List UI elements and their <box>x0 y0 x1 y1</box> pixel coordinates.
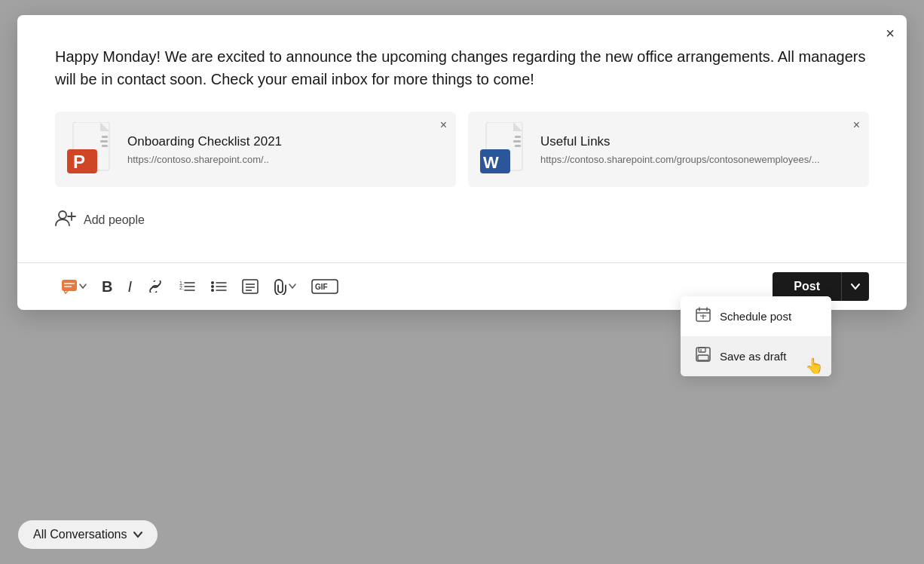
schedule-post-item[interactable]: Schedule post <box>681 296 831 336</box>
unordered-list-icon <box>210 280 227 293</box>
all-conversations-label: All Conversations <box>33 528 127 541</box>
attachment-url-word: https://contoso.sharepoint.com/groups/co… <box>540 154 820 165</box>
modal-body: Happy Monday! We are excited to announce… <box>17 15 907 262</box>
attachment-button[interactable] <box>268 274 302 299</box>
gif-icon: GIF <box>311 279 338 294</box>
attachments-row: × P <box>55 112 869 187</box>
svg-text:GIF: GIF <box>315 283 328 291</box>
post-chevron-icon <box>851 283 860 290</box>
svg-text:W: W <box>483 153 499 172</box>
svg-text:P: P <box>73 152 85 172</box>
svg-rect-31 <box>243 280 258 293</box>
add-people-section[interactable]: Add people <box>55 205 869 235</box>
cursor-indicator: 👆 <box>805 357 824 375</box>
attachment-name-word: Useful Links <box>540 133 820 150</box>
link-button[interactable] <box>141 276 170 297</box>
svg-rect-13 <box>515 145 521 147</box>
svg-point-26 <box>211 285 214 288</box>
word-file-icon: W <box>480 122 528 176</box>
bold-button[interactable]: B <box>96 274 118 300</box>
gif-button[interactable]: GIF <box>305 274 344 299</box>
add-people-icon <box>55 210 76 231</box>
attachment-url-ppt: https://contoso.sharepoint.com/.. <box>127 154 282 165</box>
attachment-info-ppt: Onboarding Checklist 2021 https://contos… <box>127 133 282 164</box>
attachment-name-ppt: Onboarding Checklist 2021 <box>127 133 282 150</box>
attachment-card-word: × W <box>468 112 869 187</box>
post-dropdown-toggle[interactable] <box>841 272 869 301</box>
save-draft-icon <box>696 347 711 366</box>
schedule-icon <box>696 307 711 326</box>
formatting-toolbar: B I 1. 2. <box>17 262 907 310</box>
attachment-icon <box>274 278 287 295</box>
modal-overlay: × Happy Monday! We are excited to announ… <box>0 0 924 564</box>
attachment-info-word: Useful Links https://contoso.sharepoint.… <box>540 133 820 164</box>
attachment-close-ppt[interactable]: × <box>440 119 447 131</box>
attachment-close-word[interactable]: × <box>853 119 860 131</box>
message-type-button[interactable] <box>55 274 93 299</box>
svg-rect-12 <box>513 140 521 143</box>
attachment-card-ppt: × P <box>55 112 456 187</box>
svg-rect-11 <box>515 136 521 138</box>
ppt-file-icon: P <box>67 122 115 176</box>
svg-rect-17 <box>62 280 77 291</box>
modal-close-button[interactable]: × <box>886 26 895 41</box>
message-icon <box>61 279 78 294</box>
link-icon <box>147 280 164 293</box>
text-block-icon <box>242 279 259 294</box>
post-button-group: Post <box>773 272 869 301</box>
all-conversations-button[interactable]: All Conversations <box>18 520 158 549</box>
ordered-list-button[interactable]: 1. 2. <box>173 275 201 298</box>
save-draft-label: Save as draft <box>720 350 786 363</box>
unordered-list-button[interactable] <box>204 275 233 298</box>
svg-point-25 <box>211 281 214 284</box>
svg-rect-44 <box>699 348 705 352</box>
chevron-down-icon <box>79 284 87 290</box>
svg-rect-5 <box>100 140 108 143</box>
text-block-button[interactable] <box>236 274 265 299</box>
svg-rect-6 <box>102 145 108 147</box>
svg-text:2.: 2. <box>179 285 184 290</box>
bottom-bar: All Conversations <box>0 505 924 564</box>
attachment-chevron-icon <box>289 284 296 290</box>
svg-rect-4 <box>102 136 108 138</box>
italic-button[interactable]: I <box>121 274 138 300</box>
svg-rect-45 <box>698 355 708 360</box>
message-text: Happy Monday! We are excited to announce… <box>55 45 869 90</box>
post-dropdown-menu: Schedule post Save as draft <box>681 296 831 376</box>
schedule-post-label: Schedule post <box>720 310 791 323</box>
all-conversations-chevron-icon <box>133 531 142 538</box>
ordered-list-icon: 1. 2. <box>179 280 195 293</box>
svg-point-14 <box>59 211 66 219</box>
save-draft-item[interactable]: Save as draft 👆 <box>681 336 831 376</box>
compose-modal: × Happy Monday! We are excited to announ… <box>17 15 907 310</box>
add-people-label: Add people <box>84 213 145 227</box>
svg-point-27 <box>211 289 214 292</box>
